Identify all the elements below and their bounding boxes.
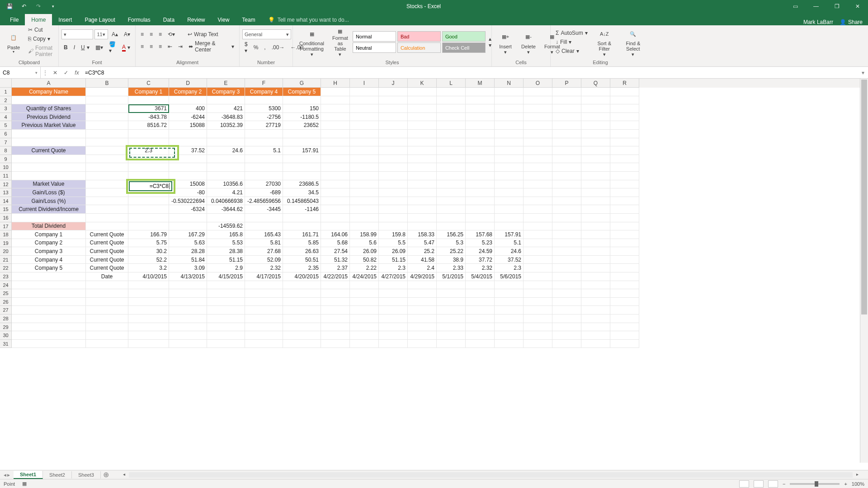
cell-O22[interactable] (524, 264, 552, 272)
cut-button[interactable]: ✂Cut (26, 26, 56, 34)
cell-P12[interactable] (552, 180, 581, 189)
align-right[interactable]: ≡ (156, 42, 164, 51)
cell-D7[interactable] (169, 138, 207, 147)
cell-J11[interactable] (379, 172, 408, 180)
cell-O3[interactable] (524, 104, 552, 113)
cell-M10[interactable] (466, 163, 495, 172)
cell-M7[interactable] (466, 138, 495, 147)
tab-page-layout[interactable]: Page Layout (78, 14, 121, 25)
cell-A2[interactable] (12, 96, 86, 105)
cell-O1[interactable] (524, 88, 552, 96)
cell-H30[interactable] (321, 331, 350, 340)
cell-A16[interactable] (12, 214, 86, 222)
cell-P8[interactable] (552, 146, 581, 155)
cell-A21[interactable]: Company 4 (12, 256, 86, 264)
cell-J3[interactable] (379, 104, 408, 113)
cell-B19[interactable]: Current Quote (86, 239, 128, 248)
cell-B27[interactable] (86, 306, 128, 314)
cell-C27[interactable] (128, 306, 169, 314)
cell-B11[interactable] (86, 172, 128, 180)
cell-N21[interactable]: 37.52 (495, 256, 524, 264)
cell-A10[interactable] (12, 163, 86, 172)
cell-Q31[interactable] (581, 340, 610, 348)
cell-R7[interactable] (610, 138, 639, 147)
cells-grid[interactable]: Company NameCompany 1Company 2Company 3C… (12, 88, 860, 472)
cell-I4[interactable] (350, 113, 379, 122)
cell-Q23[interactable] (581, 272, 610, 281)
cell-M23[interactable]: 5/4/2015 (466, 272, 495, 281)
row-header-26[interactable]: 26 (0, 298, 12, 306)
row-header-7[interactable]: 7 (0, 138, 12, 147)
cell-K21[interactable]: 41.58 (408, 256, 437, 264)
cell-J9[interactable] (379, 155, 408, 164)
cell-J17[interactable] (379, 222, 408, 231)
cell-N3[interactable] (495, 104, 524, 113)
cell-O21[interactable] (524, 256, 552, 264)
cell-E24[interactable] (207, 281, 245, 290)
cell-R10[interactable] (610, 163, 639, 172)
cell-M15[interactable] (466, 205, 495, 214)
row-header-12[interactable]: 12 (0, 180, 12, 189)
cell-R21[interactable] (610, 256, 639, 264)
cell-Q25[interactable] (581, 289, 610, 298)
cell-P4[interactable] (552, 113, 581, 122)
cell-G21[interactable]: 50.51 (283, 256, 321, 264)
maximize-button[interactable]: ❐ (826, 0, 847, 13)
cell-F31[interactable] (245, 340, 283, 348)
borders-button[interactable]: ▦▾ (93, 43, 105, 52)
conditional-formatting-button[interactable]: ▦Conditional Formatting▾ (296, 26, 328, 58)
cell-B30[interactable] (86, 331, 128, 340)
cell-G17[interactable] (283, 222, 321, 231)
cell-O28[interactable] (524, 314, 552, 323)
cell-M12[interactable] (466, 180, 495, 189)
cell-I16[interactable] (350, 214, 379, 222)
cell-D14[interactable]: -0.530222694 (169, 197, 207, 206)
cell-A13[interactable]: Gain/Loss ($) (12, 188, 86, 197)
cell-O10[interactable] (524, 163, 552, 172)
cell-M1[interactable] (466, 88, 495, 96)
cell-D12[interactable]: 15008 (169, 180, 207, 189)
vertical-scrollbar[interactable] (860, 79, 868, 463)
number-format[interactable]: General▾ (242, 29, 291, 39)
cell-L30[interactable] (437, 331, 466, 340)
cell-H20[interactable]: 27.54 (321, 247, 350, 256)
format-as-table-button[interactable]: ▦Format as Table▾ (329, 26, 352, 58)
cell-Q10[interactable] (581, 163, 610, 172)
cell-G26[interactable] (283, 298, 321, 306)
cell-E9[interactable] (207, 155, 245, 164)
cell-P18[interactable] (552, 230, 581, 239)
merge-center-button[interactable]: ⬌Merge & Center ▾ (186, 39, 236, 54)
tab-insert[interactable]: Insert (52, 14, 78, 25)
format-painter-button[interactable]: 🖌Format Painter (26, 44, 56, 58)
cell-L24[interactable] (437, 281, 466, 290)
cell-H12[interactable] (321, 180, 350, 189)
col-header-E[interactable]: E (207, 79, 245, 88)
cell-F26[interactable] (245, 298, 283, 306)
cell-D2[interactable] (169, 96, 207, 105)
col-header-H[interactable]: H (321, 79, 350, 88)
cell-K29[interactable] (408, 323, 437, 332)
cell-J14[interactable] (379, 197, 408, 206)
cell-K4[interactable] (408, 113, 437, 122)
cell-P10[interactable] (552, 163, 581, 172)
cell-K19[interactable]: 5.47 (408, 239, 437, 248)
cell-J15[interactable] (379, 205, 408, 214)
cell-M13[interactable] (466, 188, 495, 197)
cell-M18[interactable]: 157.68 (466, 230, 495, 239)
cell-M5[interactable] (466, 121, 495, 130)
cell-A18[interactable]: Company 1 (12, 230, 86, 239)
cell-J28[interactable] (379, 314, 408, 323)
cell-R18[interactable] (610, 230, 639, 239)
cell-O23[interactable] (524, 272, 552, 281)
cell-C8[interactable]: 2.3 (128, 146, 169, 155)
row-headers[interactable]: 1234567891011121314151617181920212223242… (0, 88, 12, 472)
cell-F10[interactable] (245, 163, 283, 172)
cell-I30[interactable] (350, 331, 379, 340)
cell-Q15[interactable] (581, 205, 610, 214)
row-header-10[interactable]: 10 (0, 163, 12, 172)
cell-Q18[interactable] (581, 230, 610, 239)
cell-Q17[interactable] (581, 222, 610, 231)
cell-P14[interactable] (552, 197, 581, 206)
cell-I21[interactable]: 50.82 (350, 256, 379, 264)
font-name[interactable]: ▾ (61, 29, 93, 39)
